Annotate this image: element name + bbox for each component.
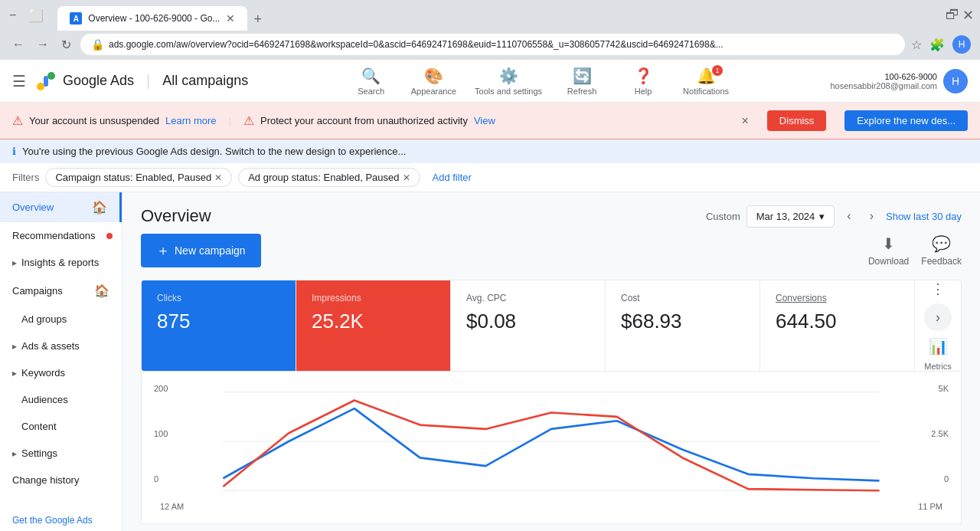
filter-chip-campaign-label: Campaign status: Enabled, Paused [55,172,211,183]
y-left-200: 200 [154,384,168,393]
download-icon: ⬇ [882,234,895,253]
account-info: 100-626-9000 hosensabbir208@gmail.com [830,72,937,90]
warning-icon-unauthorized: ⚠ [243,113,254,128]
view-link[interactable]: View [474,115,495,126]
filter-chip-adgroup-close[interactable]: ✕ [403,172,410,183]
download-button[interactable]: ⬇ Download [868,234,909,267]
nav-notifications-label: Notifications [683,87,729,96]
date-picker[interactable]: Mar 13, 2024 ▾ [746,205,835,228]
dismiss-button[interactable]: Dismiss [767,110,827,131]
nav-notifications[interactable]: 🔔 1 Notifications [683,67,729,96]
metric-card-impressions[interactable]: Impressions 25.2K [296,280,451,371]
chart-area: 200 100 0 5K 2.5K 0 [141,372,962,524]
content-label: Content [21,421,57,432]
nav-refresh-label: Refresh [567,87,597,96]
cost-value: $68.93 [621,310,744,333]
overview-label: Overview [12,202,54,213]
sidebar-item-adgroups[interactable]: Ad groups [0,306,122,333]
sidebar-item-overview[interactable]: Overview 🏠 [0,192,122,222]
sidebar-item-campaigns[interactable]: Campaigns 🏠 [0,276,122,306]
unsuspended-text: Your account is unsuspended [29,115,159,126]
explore-new-design-button[interactable]: Explore the new des... [844,110,968,131]
filter-chip-campaign-status[interactable]: Campaign status: Enabled, Paused ✕ [45,168,232,187]
filter-chip-adgroup-status[interactable]: Ad group status: Enabled, Paused ✕ [238,168,420,187]
sidebar-footer[interactable]: Get the Google Ads [0,507,122,531]
url-text: ads.google.com/aw/overview?ocid=64692471… [109,39,894,50]
address-bar[interactable]: 🔒 ads.google.com/aw/overview?ocid=646924… [80,34,905,55]
sidebar-item-change-history[interactable]: Change history [0,467,122,493]
x-label-start: 12 AM [160,502,184,511]
chart-y-right-labels: 5K 2.5K 0 [931,384,949,483]
menu-icon[interactable]: ☰ [12,72,26,90]
conversions-value: 644.50 [776,310,899,333]
add-filter-button[interactable]: Add filter [426,169,478,186]
filters-bar: Filters Campaign status: Enabled, Paused… [0,163,980,192]
new-tab-button[interactable]: + [247,8,268,31]
google-ads-logo: Google Ads [35,70,134,92]
show-last-30-button[interactable]: Show last 30 day [886,211,962,222]
metric-card-cost[interactable]: Cost $68.93 [606,280,760,371]
notification-badge: 1 [712,65,723,76]
plus-icon: ＋ [156,241,170,260]
metric-card-conversions[interactable]: Conversions 644.50 [760,280,915,371]
audiences-label: Audiences [21,394,68,405]
adgroups-label: Ad groups [21,313,67,325]
filters-label: Filters [12,172,39,183]
campaigns-label: Campaigns [12,285,63,297]
forward-button[interactable]: → [34,34,52,54]
nav-search[interactable]: 🔍 Search [350,67,393,96]
info-banner: ℹ You're using the previous Google Ads d… [0,139,980,163]
nav-refresh[interactable]: 🔄 Refresh [560,67,603,96]
nav-appearance-label: Appearance [411,87,456,96]
metric-more: ⋮ › 📊 Metrics [915,280,961,371]
sidebar-item-keywords[interactable]: ▸ Keywords [0,359,122,386]
sidebar-item-audiences[interactable]: Audiences [0,386,122,413]
back-button[interactable]: ← [9,34,28,54]
browser-tab-bar: A Overview - 100-626-9000 - Go... ✕ + [57,0,268,31]
topnav-center: 🔍 Search 🎨 Appearance ⚙️ Tools and setti… [260,67,818,96]
sidebar-item-content[interactable]: Content [0,413,122,440]
nav-tools[interactable]: ⚙️ Tools and settings [475,67,542,96]
filter-chip-campaign-close[interactable]: ✕ [214,172,222,183]
tab-close-icon[interactable]: ✕ [226,12,235,25]
nav-help[interactable]: ❓ Help [622,67,665,96]
extensions-icon[interactable]: 🧩 [929,38,945,52]
main-content: Overview Custom Mar 13, 2024 ▾ ‹ › Show … [122,192,980,531]
metric-card-avg-cpc[interactable]: Avg. CPC $0.08 [451,280,606,371]
close-notification-icon[interactable]: × [742,114,749,128]
sidebar-item-ads-assets[interactable]: ▸ Ads & assets [0,333,122,359]
metrics-icon-button[interactable]: 📊 [929,337,948,356]
impressions-label: Impressions [312,293,435,303]
close-window-button[interactable]: ✕ [962,7,974,24]
maximize-button[interactable]: ⬜ [25,5,47,26]
campaign-section: ＋ New campaign ⬇ Download 💬 Feedback [122,234,980,531]
new-campaign-button[interactable]: ＋ New campaign [141,234,261,267]
nav-appearance[interactable]: 🎨 Appearance [411,67,456,96]
date-prev-button[interactable]: ‹ [841,205,857,228]
browser-tab-active[interactable]: A Overview - 100-626-9000 - Go... ✕ [57,6,247,31]
chart-svg [154,384,949,499]
metrics-label: Metrics [924,362,951,371]
main-layout: Overview 🏠 Recommendations ▸ Insights & … [0,192,980,531]
bookmarks-icon[interactable]: ☆ [911,38,922,52]
minimize-button[interactable]: − [6,5,19,25]
impressions-value: 25.2K [312,310,435,333]
sidebar-item-settings[interactable]: ▸ Settings [0,440,122,467]
nav-search-label: Search [358,87,384,96]
profile-icon[interactable]: H [952,35,971,54]
sidebar-item-recommendations[interactable]: Recommendations [0,222,122,249]
metrics-next-button[interactable]: › [924,303,952,331]
metrics-three-dots[interactable]: ⋮ [931,280,945,297]
restore-button[interactable]: 🗗 [946,7,959,24]
google-ads-logo-icon [35,70,57,92]
user-avatar[interactable]: H [943,69,968,93]
learn-more-link[interactable]: Learn more [165,115,216,126]
metric-card-clicks[interactable]: Clicks 875 [142,280,296,371]
sidebar-item-insights[interactable]: ▸ Insights & reports [0,249,122,276]
date-next-button[interactable]: › [864,205,880,228]
notification-banner: ⚠ Your account is unsuspended Learn more… [0,103,980,139]
feedback-button[interactable]: 💬 Feedback [921,234,962,267]
avg-cpc-value: $0.08 [466,310,590,333]
reload-button[interactable]: ↻ [58,34,74,55]
avg-cpc-label: Avg. CPC [466,293,590,303]
